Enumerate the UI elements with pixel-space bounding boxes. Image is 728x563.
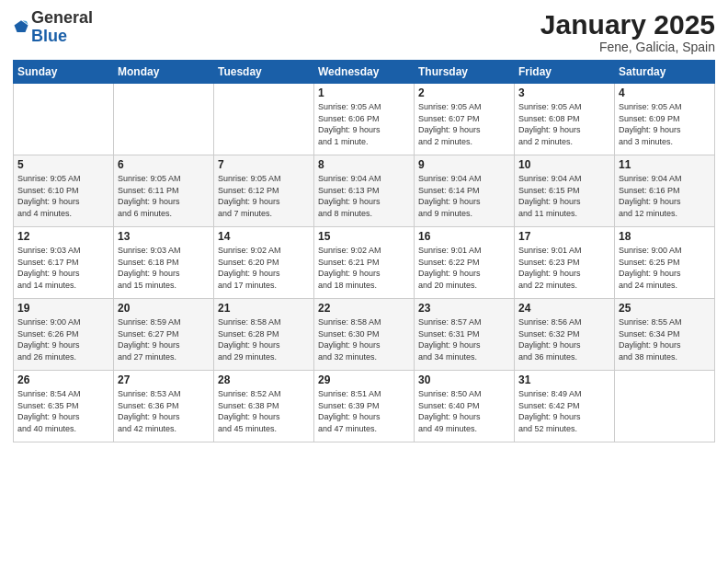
day-info: Sunrise: 8:59 AM Sunset: 6:27 PM Dayligh… bbox=[118, 316, 210, 362]
day-number: 9 bbox=[418, 158, 510, 171]
day-info: Sunrise: 9:05 AM Sunset: 6:12 PM Dayligh… bbox=[218, 173, 310, 219]
day-info: Sunrise: 8:52 AM Sunset: 6:38 PM Dayligh… bbox=[218, 388, 310, 434]
calendar-cell: 12Sunrise: 9:03 AM Sunset: 6:17 PM Dayli… bbox=[14, 227, 114, 299]
calendar-cell: 10Sunrise: 9:04 AM Sunset: 6:15 PM Dayli… bbox=[515, 155, 615, 227]
calendar-cell: 9Sunrise: 9:04 AM Sunset: 6:14 PM Daylig… bbox=[415, 155, 515, 227]
calendar-cell: 19Sunrise: 9:00 AM Sunset: 6:26 PM Dayli… bbox=[14, 299, 114, 371]
calendar-cell: 28Sunrise: 8:52 AM Sunset: 6:38 PM Dayli… bbox=[214, 371, 314, 442]
week-row-2: 5Sunrise: 9:05 AM Sunset: 6:10 PM Daylig… bbox=[14, 155, 715, 227]
day-info: Sunrise: 8:58 AM Sunset: 6:30 PM Dayligh… bbox=[318, 316, 410, 362]
day-number: 19 bbox=[17, 302, 109, 315]
calendar-cell bbox=[14, 84, 114, 155]
day-info: Sunrise: 8:50 AM Sunset: 6:40 PM Dayligh… bbox=[418, 388, 510, 434]
day-info: Sunrise: 8:53 AM Sunset: 6:36 PM Dayligh… bbox=[118, 388, 210, 434]
day-info: Sunrise: 8:55 AM Sunset: 6:34 PM Dayligh… bbox=[619, 316, 711, 362]
calendar-cell: 15Sunrise: 9:02 AM Sunset: 6:21 PM Dayli… bbox=[314, 227, 415, 299]
calendar-cell: 29Sunrise: 8:51 AM Sunset: 6:39 PM Dayli… bbox=[314, 371, 415, 442]
logo-general-text: General bbox=[31, 8, 93, 27]
header-friday: Friday bbox=[515, 61, 615, 84]
day-number: 13 bbox=[118, 230, 210, 243]
day-info: Sunrise: 9:03 AM Sunset: 6:17 PM Dayligh… bbox=[17, 245, 109, 291]
logo-blue-text: Blue bbox=[31, 27, 67, 45]
calendar-cell bbox=[114, 84, 214, 155]
day-number: 29 bbox=[318, 373, 410, 386]
day-info: Sunrise: 8:57 AM Sunset: 6:31 PM Dayligh… bbox=[418, 316, 510, 362]
day-info: Sunrise: 9:05 AM Sunset: 6:08 PM Dayligh… bbox=[518, 101, 610, 147]
calendar-cell: 6Sunrise: 9:05 AM Sunset: 6:11 PM Daylig… bbox=[114, 155, 214, 227]
day-info: Sunrise: 9:00 AM Sunset: 6:26 PM Dayligh… bbox=[17, 316, 109, 362]
calendar-cell: 8Sunrise: 9:04 AM Sunset: 6:13 PM Daylig… bbox=[314, 155, 415, 227]
day-info: Sunrise: 9:04 AM Sunset: 6:15 PM Dayligh… bbox=[518, 173, 610, 219]
calendar-cell: 18Sunrise: 9:00 AM Sunset: 6:25 PM Dayli… bbox=[615, 227, 715, 299]
calendar-cell: 14Sunrise: 9:02 AM Sunset: 6:20 PM Dayli… bbox=[214, 227, 314, 299]
header-tuesday: Tuesday bbox=[214, 61, 314, 84]
calendar-cell: 26Sunrise: 8:54 AM Sunset: 6:35 PM Dayli… bbox=[14, 371, 114, 442]
day-number: 14 bbox=[218, 230, 310, 243]
logo: General Blue bbox=[13, 9, 93, 46]
day-info: Sunrise: 9:03 AM Sunset: 6:18 PM Dayligh… bbox=[118, 245, 210, 291]
calendar-cell: 7Sunrise: 9:05 AM Sunset: 6:12 PM Daylig… bbox=[214, 155, 314, 227]
header-sunday: Sunday bbox=[14, 61, 114, 84]
calendar-cell bbox=[214, 84, 314, 155]
day-number: 7 bbox=[218, 158, 310, 171]
day-info: Sunrise: 9:02 AM Sunset: 6:21 PM Dayligh… bbox=[318, 245, 410, 291]
day-number: 2 bbox=[418, 86, 510, 99]
day-number: 30 bbox=[418, 373, 510, 386]
day-number: 10 bbox=[518, 158, 610, 171]
day-number: 1 bbox=[318, 86, 410, 99]
weekday-header-row: Sunday Monday Tuesday Wednesday Thursday… bbox=[14, 61, 715, 84]
logo-icon bbox=[13, 18, 29, 35]
day-number: 11 bbox=[619, 158, 711, 171]
calendar-cell: 27Sunrise: 8:53 AM Sunset: 6:36 PM Dayli… bbox=[114, 371, 214, 442]
day-info: Sunrise: 9:05 AM Sunset: 6:10 PM Dayligh… bbox=[17, 173, 109, 219]
day-info: Sunrise: 8:49 AM Sunset: 6:42 PM Dayligh… bbox=[518, 388, 610, 434]
day-number: 12 bbox=[17, 230, 109, 243]
day-info: Sunrise: 8:58 AM Sunset: 6:28 PM Dayligh… bbox=[218, 316, 310, 362]
day-info: Sunrise: 8:54 AM Sunset: 6:35 PM Dayligh… bbox=[17, 388, 109, 434]
day-number: 26 bbox=[17, 373, 109, 386]
day-number: 15 bbox=[318, 230, 410, 243]
day-info: Sunrise: 8:51 AM Sunset: 6:39 PM Dayligh… bbox=[318, 388, 410, 434]
calendar: Sunday Monday Tuesday Wednesday Thursday… bbox=[13, 60, 715, 442]
calendar-cell: 22Sunrise: 8:58 AM Sunset: 6:30 PM Dayli… bbox=[314, 299, 415, 371]
calendar-cell bbox=[615, 371, 715, 442]
day-info: Sunrise: 9:04 AM Sunset: 6:13 PM Dayligh… bbox=[318, 173, 410, 219]
calendar-cell: 21Sunrise: 8:58 AM Sunset: 6:28 PM Dayli… bbox=[214, 299, 314, 371]
week-row-4: 19Sunrise: 9:00 AM Sunset: 6:26 PM Dayli… bbox=[14, 299, 715, 371]
day-number: 24 bbox=[518, 302, 610, 315]
calendar-cell: 20Sunrise: 8:59 AM Sunset: 6:27 PM Dayli… bbox=[114, 299, 214, 371]
header-wednesday: Wednesday bbox=[314, 61, 415, 84]
day-info: Sunrise: 9:01 AM Sunset: 6:23 PM Dayligh… bbox=[518, 245, 610, 291]
day-number: 4 bbox=[619, 86, 711, 99]
day-number: 16 bbox=[418, 230, 510, 243]
calendar-cell: 3Sunrise: 9:05 AM Sunset: 6:08 PM Daylig… bbox=[515, 84, 615, 155]
calendar-cell: 24Sunrise: 8:56 AM Sunset: 6:32 PM Dayli… bbox=[515, 299, 615, 371]
week-row-3: 12Sunrise: 9:03 AM Sunset: 6:17 PM Dayli… bbox=[14, 227, 715, 299]
calendar-cell: 30Sunrise: 8:50 AM Sunset: 6:40 PM Dayli… bbox=[415, 371, 515, 442]
day-number: 25 bbox=[619, 302, 711, 315]
day-number: 5 bbox=[17, 158, 109, 171]
calendar-cell: 17Sunrise: 9:01 AM Sunset: 6:23 PM Dayli… bbox=[515, 227, 615, 299]
day-info: Sunrise: 9:04 AM Sunset: 6:14 PM Dayligh… bbox=[418, 173, 510, 219]
calendar-cell: 4Sunrise: 9:05 AM Sunset: 6:09 PM Daylig… bbox=[615, 84, 715, 155]
header-thursday: Thursday bbox=[415, 61, 515, 84]
day-number: 21 bbox=[218, 302, 310, 315]
day-number: 8 bbox=[318, 158, 410, 171]
day-number: 18 bbox=[619, 230, 711, 243]
location: Fene, Galicia, Spain bbox=[540, 40, 715, 54]
calendar-cell: 11Sunrise: 9:04 AM Sunset: 6:16 PM Dayli… bbox=[615, 155, 715, 227]
day-number: 27 bbox=[118, 373, 210, 386]
day-info: Sunrise: 9:05 AM Sunset: 6:06 PM Dayligh… bbox=[318, 101, 410, 147]
day-info: Sunrise: 9:04 AM Sunset: 6:16 PM Dayligh… bbox=[619, 173, 711, 219]
day-info: Sunrise: 9:05 AM Sunset: 6:11 PM Dayligh… bbox=[118, 173, 210, 219]
day-number: 17 bbox=[518, 230, 610, 243]
day-info: Sunrise: 8:56 AM Sunset: 6:32 PM Dayligh… bbox=[518, 316, 610, 362]
day-info: Sunrise: 9:00 AM Sunset: 6:25 PM Dayligh… bbox=[619, 245, 711, 291]
calendar-cell: 23Sunrise: 8:57 AM Sunset: 6:31 PM Dayli… bbox=[415, 299, 515, 371]
calendar-cell: 25Sunrise: 8:55 AM Sunset: 6:34 PM Dayli… bbox=[615, 299, 715, 371]
calendar-cell: 1Sunrise: 9:05 AM Sunset: 6:06 PM Daylig… bbox=[314, 84, 415, 155]
week-row-1: 1Sunrise: 9:05 AM Sunset: 6:06 PM Daylig… bbox=[14, 84, 715, 155]
day-number: 23 bbox=[418, 302, 510, 315]
week-row-5: 26Sunrise: 8:54 AM Sunset: 6:35 PM Dayli… bbox=[14, 371, 715, 442]
calendar-cell: 13Sunrise: 9:03 AM Sunset: 6:18 PM Dayli… bbox=[114, 227, 214, 299]
